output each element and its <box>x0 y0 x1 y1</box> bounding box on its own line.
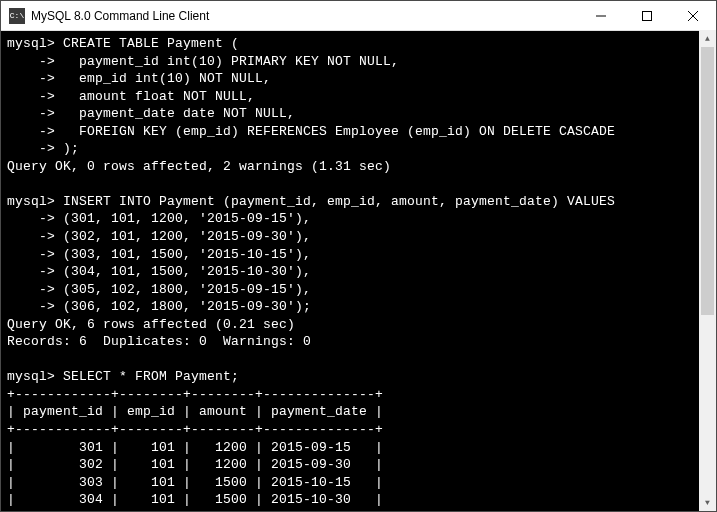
svg-rect-1 <box>643 11 652 20</box>
scroll-down-button[interactable]: ▼ <box>699 494 716 511</box>
window-title: MySQL 8.0 Command Line Client <box>31 9 578 23</box>
maximize-button[interactable] <box>624 1 670 30</box>
close-button[interactable] <box>670 1 716 30</box>
window-controls <box>578 1 716 30</box>
terminal-output[interactable]: mysql> CREATE TABLE Payment ( -> payment… <box>1 31 716 511</box>
app-window: C:\ MySQL 8.0 Command Line Client mysql>… <box>0 0 717 512</box>
scrollbar-track[interactable] <box>699 47 716 494</box>
app-icon: C:\ <box>9 8 25 24</box>
titlebar[interactable]: C:\ MySQL 8.0 Command Line Client <box>1 1 716 31</box>
scroll-up-button[interactable]: ▲ <box>699 30 716 47</box>
minimize-button[interactable] <box>578 1 624 30</box>
vertical-scrollbar[interactable]: ▲ ▼ <box>699 30 716 511</box>
scrollbar-thumb[interactable] <box>701 47 714 315</box>
